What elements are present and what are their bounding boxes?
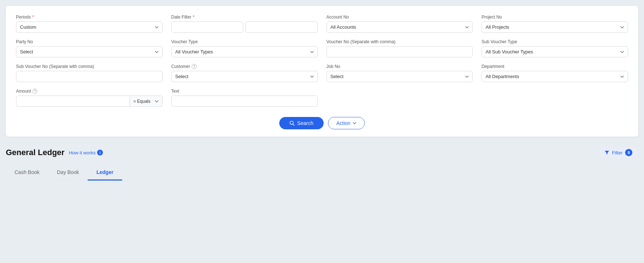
ledger-header: General Ledger How it works i Filter 8 [6,147,638,158]
bottom-section: General Ledger How it works i Filter 8 C… [6,147,638,181]
action-row: Search Action [16,113,628,129]
voucher-no-input[interactable] [327,46,473,57]
customer-help-icon[interactable]: ? [192,64,197,69]
project-no-field: Project No All Projects [481,15,628,33]
party-no-select[interactable]: Select [16,46,163,57]
equals-select[interactable]: = Equals [130,96,163,107]
periods-select[interactable]: Custom [16,21,163,33]
date-filter-field: Date Filter * 01-01-2024 12-01-2024 [171,15,318,33]
customer-select[interactable]: Select [171,71,318,82]
filter-icon [604,150,609,155]
amount-label: Amount ? [16,89,163,94]
customer-label: Customer ? [171,64,318,69]
spacer-2 [481,89,628,107]
tab-cash-book[interactable]: Cash Book [6,166,48,181]
periods-label: Periods * [16,15,163,20]
amount-inputs: 0.00 = Equals [16,96,163,107]
job-no-select[interactable]: Select [327,71,473,82]
project-no-select[interactable]: All Projects [481,21,628,33]
voucher-type-field: Voucher Type All Voucher Types [171,39,318,57]
date-filter-required: * [193,15,195,20]
text-field: Text [171,89,318,107]
voucher-no-field: Voucher No (Separate with comma) [327,39,473,57]
project-no-label: Project No [481,15,628,20]
filter-panel: Periods * Custom Date Filter * 01-01-202… [6,6,638,137]
ledger-title-area: General Ledger How it works i [6,148,103,157]
department-label: Department [481,64,628,69]
account-no-label: Account No [327,15,473,20]
voucher-type-select[interactable]: All Voucher Types [171,46,318,57]
filter-badge[interactable]: Filter 8 [599,147,638,158]
search-icon [289,121,295,126]
sub-voucher-type-label: Sub Voucher Type [481,39,628,44]
tab-day-book[interactable]: Day Book [48,166,88,181]
department-field: Department All Departments [481,64,628,82]
periods-required: * [32,15,34,20]
filter-row-3: Sub Voucher No (Separate with comma) Cus… [16,64,628,82]
voucher-type-label: Voucher Type [171,39,318,44]
search-button[interactable]: Search [279,117,323,129]
date-inputs: 01-01-2024 12-01-2024 [171,21,318,33]
department-select[interactable]: All Departments [481,71,628,82]
filter-row-4: Amount ? 0.00 = Equals Text [16,89,628,107]
sub-voucher-no-field: Sub Voucher No (Separate with comma) [16,64,163,82]
action-button[interactable]: Action [328,117,365,129]
periods-field: Periods * Custom [16,15,163,33]
date-filter-label: Date Filter * [171,15,318,20]
filter-row-1: Periods * Custom Date Filter * 01-01-202… [16,15,628,33]
sub-voucher-no-input[interactable] [16,71,163,82]
amount-help-icon[interactable]: ? [32,89,37,94]
account-no-field: Account No All Accounts [327,15,473,33]
voucher-no-label: Voucher No (Separate with comma) [327,39,473,44]
info-icon: i [97,150,103,155]
sub-voucher-type-field: Sub Voucher Type All Sub Voucher Types [481,39,628,57]
job-no-field: Job No Select [327,64,473,82]
spacer-1 [327,89,473,107]
chevron-down-icon [353,122,356,124]
text-input[interactable] [171,96,318,107]
tabs-area: Cash Book Day Book Ledger [6,166,638,181]
amount-input[interactable]: 0.00 [16,96,130,107]
how-it-works-link[interactable]: How it works i [69,150,103,155]
job-no-label: Job No [327,64,473,69]
party-no-field: Party No Select [16,39,163,57]
svg-line-1 [293,124,295,126]
tab-ledger[interactable]: Ledger [88,166,122,181]
date-to-input[interactable]: 12-01-2024 [245,21,317,33]
page-title: General Ledger [6,148,64,157]
party-no-label: Party No [16,39,163,44]
customer-field: Customer ? Select [171,64,318,82]
date-from-input[interactable]: 01-01-2024 [171,21,243,33]
account-no-select[interactable]: All Accounts [327,21,473,33]
filter-count: 8 [625,149,632,156]
sub-voucher-no-label: Sub Voucher No (Separate with comma) [16,64,163,69]
amount-field: Amount ? 0.00 = Equals [16,89,163,107]
sub-voucher-type-select[interactable]: All Sub Voucher Types [481,46,628,57]
text-label: Text [171,89,318,94]
filter-row-2: Party No Select Voucher Type All Voucher… [16,39,628,57]
